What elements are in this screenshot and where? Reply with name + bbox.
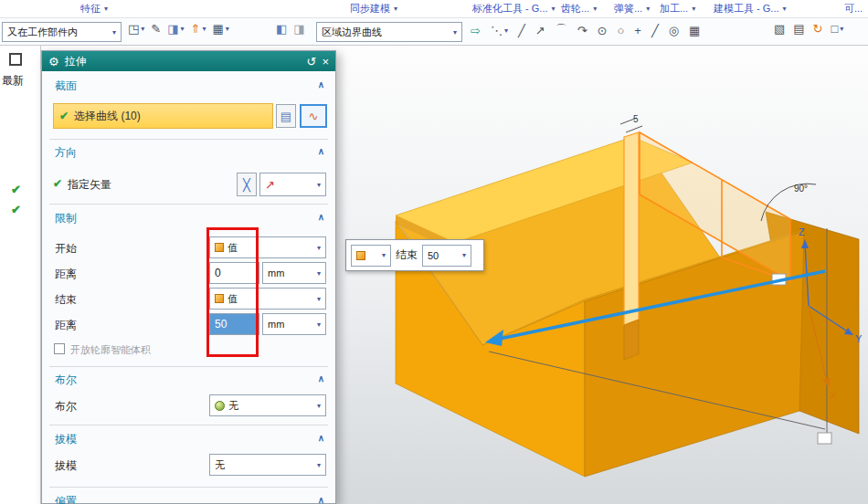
- select-curve-label: 选择曲线 (10): [74, 109, 141, 124]
- tab-synchronous-modeling[interactable]: 同步建模▾: [350, 2, 397, 16]
- chevron-up-icon[interactable]: ∧: [318, 79, 324, 89]
- start-distance-input[interactable]: 0: [209, 262, 259, 284]
- specify-vector-label: 指定矢量: [68, 177, 111, 193]
- part-navigator-icon[interactable]: [9, 53, 22, 66]
- chevron-down-icon: ▾: [317, 269, 321, 278]
- chevron-down-icon: ▾: [394, 5, 397, 13]
- feature-check-icon[interactable]: ✔: [11, 183, 21, 196]
- vector-icon: ↗: [265, 178, 275, 192]
- more-icon[interactable]: □▾: [831, 22, 844, 36]
- start-unit-value: mm: [268, 268, 284, 278]
- end-extent-type-combo[interactable]: ▾: [351, 245, 391, 267]
- axis-z-label: Z: [799, 226, 805, 237]
- snap-grid-icon[interactable]: ▦: [689, 24, 700, 37]
- end-distance-combo[interactable]: 50 ▾: [422, 245, 471, 267]
- section-header-limits[interactable]: 限制 ∧: [42, 211, 335, 227]
- chevron-up-icon[interactable]: ∧: [318, 433, 324, 443]
- vector-type-combo[interactable]: ↗ ▾: [259, 173, 326, 196]
- start-extent-type-combo[interactable]: 值 ▾: [209, 236, 326, 258]
- feature-icon-group: ◳▾ ✎ ◨▾ ⇑▾ ▦▾: [128, 22, 229, 36]
- open-profile-label: 开放轮廓智能体积: [70, 343, 151, 357]
- tab-standardize-tools[interactable]: 标准化工具 - G...▾: [472, 2, 556, 16]
- axis-x-label: X: [830, 390, 837, 401]
- datum-plane-icon[interactable]: ◳▾: [128, 22, 144, 36]
- tab-modeling-tools-label: 建模工具 - G...: [714, 2, 779, 16]
- chevron-down-icon: ▾: [783, 5, 787, 13]
- chevron-down-icon: ▾: [504, 26, 508, 35]
- work-part-scope-combo[interactable]: 又在工作部件内 ▾: [2, 22, 122, 42]
- value-cube-icon: [215, 243, 224, 252]
- curve-rule-options-button[interactable]: ▤: [276, 104, 296, 128]
- section-header-direction[interactable]: 方向 ∧: [42, 145, 335, 162]
- section-header-draft[interactable]: 拔模 ∧: [42, 432, 335, 448]
- chevron-down-icon: ▾: [382, 251, 386, 259]
- apply-arrow-icon[interactable]: ⇨: [471, 24, 481, 37]
- chevron-up-icon[interactable]: ∧: [318, 146, 324, 156]
- sketch-icon[interactable]: ✎: [151, 22, 161, 36]
- tab-more[interactable]: 可...: [844, 2, 863, 16]
- reset-icon[interactable]: ↺: [307, 55, 317, 68]
- snap-center-icon[interactable]: ⊙: [598, 24, 608, 37]
- start-unit-combo[interactable]: mm ▾: [262, 262, 326, 284]
- snapshot-icon[interactable]: ▤: [793, 22, 804, 36]
- solid-body-icon[interactable]: ◧: [276, 22, 287, 36]
- snap-point-icon[interactable]: ⋱▾: [491, 24, 508, 37]
- window-select-icon[interactable]: ▧: [774, 22, 785, 36]
- snap-arc-icon[interactable]: ⌒: [556, 22, 567, 38]
- refresh-icon[interactable]: ↻: [813, 22, 823, 36]
- end-unit-combo[interactable]: mm ▾: [262, 313, 326, 335]
- datum-csys-icon[interactable]: ◨▾: [167, 22, 184, 36]
- dim-label-height: 5: [633, 114, 639, 124]
- gear-icon: ⚙: [48, 55, 59, 68]
- check-icon: ✔: [53, 177, 62, 193]
- section-header-boolean[interactable]: 布尔 ∧: [42, 373, 335, 389]
- tab-feature[interactable]: 特征▾: [80, 2, 108, 16]
- feature-check-icon[interactable]: ✔: [11, 203, 21, 216]
- tab-gear[interactable]: 齿轮...▾: [561, 2, 597, 16]
- section-header-offset[interactable]: 偏置 ∧: [42, 494, 335, 504]
- axis-y-label: Y: [855, 333, 863, 344]
- chevron-up-icon[interactable]: ∧: [318, 373, 324, 383]
- snap-focus-icon[interactable]: ◎: [669, 24, 679, 37]
- draft-value: 无: [215, 458, 225, 472]
- divider: [49, 487, 328, 488]
- snap-point-icon-group: ⇨ ⋱▾ ╱ ↗ ⌒ ↷ ⊙ ○ + ╱ ◎ ▦: [471, 22, 700, 38]
- snap-midpoint-icon[interactable]: ↗: [535, 24, 545, 37]
- snap-endpoint-icon[interactable]: ╱: [518, 24, 525, 37]
- curve-rule-combo[interactable]: 区域边界曲线 ▾: [316, 22, 462, 42]
- vector-dialog-button[interactable]: ╳: [237, 173, 257, 196]
- open-profile-checkbox[interactable]: [54, 343, 65, 354]
- specify-vector-row: ✔ 指定矢量: [53, 177, 111, 193]
- extrude-icon[interactable]: ⇑▾: [191, 22, 206, 36]
- check-icon: ✔: [59, 110, 69, 122]
- start-extent-type-value: 值: [228, 241, 238, 255]
- snap-plus-icon[interactable]: +: [634, 24, 641, 37]
- draft-combo[interactable]: 无 ▾: [209, 454, 326, 476]
- snap-slash-icon[interactable]: ╱: [651, 24, 659, 37]
- end-unit-value: mm: [268, 319, 284, 330]
- facet-body-icon[interactable]: ◨: [293, 22, 304, 36]
- tab-spring-label: 弹簧...: [614, 2, 642, 16]
- section-title: 方向: [55, 146, 77, 159]
- extrude-dialog: ⚙ 拉伸 ↺ × 截面 ∧ ✔ 选择曲线 (10) ▤ ∿ 方向 ∧ ✔ 指定矢…: [41, 50, 336, 504]
- chevron-up-icon[interactable]: ∧: [318, 495, 324, 504]
- dim-box[interactable]: [818, 433, 831, 444]
- tab-modeling-tools[interactable]: 建模工具 - G...▾: [714, 2, 787, 16]
- close-icon[interactable]: ×: [322, 55, 329, 68]
- tab-machining[interactable]: 加工...▾: [660, 2, 695, 16]
- pattern-icon[interactable]: ▦▾: [212, 22, 228, 36]
- section-header-section[interactable]: 截面 ∧: [42, 79, 335, 95]
- onscreen-input-toolbar: ▾ 结束 50 ▾: [345, 239, 484, 271]
- sketch-section-button[interactable]: ∿: [300, 104, 327, 128]
- snap-tangent-icon[interactable]: ↷: [577, 24, 587, 37]
- snap-circle-icon[interactable]: ○: [617, 24, 624, 37]
- end-label: 结束: [396, 247, 418, 263]
- end-extent-type-combo[interactable]: 值 ▾: [209, 288, 326, 310]
- dialog-titlebar[interactable]: ⚙ 拉伸 ↺ ×: [42, 51, 335, 71]
- select-curve-field[interactable]: ✔ 选择曲线 (10): [53, 103, 273, 129]
- latest-label: 最新: [2, 73, 24, 89]
- end-distance-input[interactable]: 50: [209, 313, 259, 335]
- tab-spring[interactable]: 弹簧...▾: [614, 2, 650, 16]
- boolean-combo[interactable]: 无 ▾: [209, 394, 326, 416]
- chevron-up-icon[interactable]: ∧: [318, 212, 324, 222]
